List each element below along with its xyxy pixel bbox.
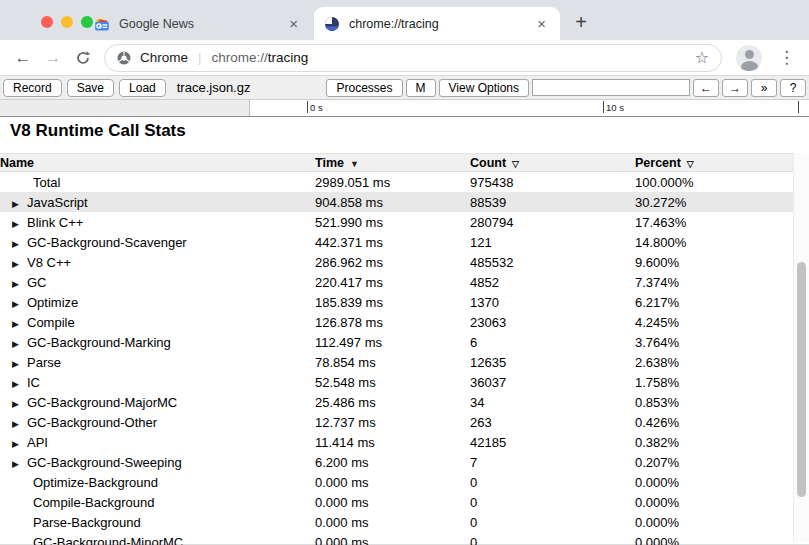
close-tab-icon[interactable]: × [533,15,550,32]
timeline-ruler[interactable]: 0 s 10 s [0,100,809,117]
close-window-button[interactable] [41,16,53,28]
row-name: Total [33,175,60,190]
record-button[interactable]: Record [3,79,62,97]
column-header[interactable]: Name [0,156,315,170]
sort-arrow-icon[interactable]: ▽ [512,159,519,169]
expand-arrow-icon[interactable]: ▶ [12,459,27,469]
column-header[interactable]: Percent▽ [635,156,793,170]
row-count: 23063 [470,315,635,330]
expand-arrow-icon[interactable]: ▶ [12,339,27,349]
row-percent: 0.000% [635,475,793,490]
find-last-button[interactable]: » [751,79,777,97]
expand-arrow-icon[interactable]: ▶ [12,219,27,229]
row-percent: 14.800% [635,235,793,250]
row-count: 0 [470,475,635,490]
row-name: Parse-Background [33,515,141,530]
tab-strip: Google News × chrome://tracing × + [0,0,809,40]
expand-arrow-icon[interactable]: ▶ [12,359,27,369]
table-row[interactable]: ▶Optimize 185.839 ms 1370 6.217% [0,292,793,312]
scrollbar-thumb[interactable] [797,262,806,497]
table-row[interactable]: ▶IC 52.548 ms 36037 1.758% [0,372,793,392]
table-row[interactable]: ▶GC-Background-MinorMC 0.000 ms 0 0.000% [0,532,793,545]
back-icon[interactable]: ← [8,43,38,73]
reload-icon[interactable] [68,43,98,73]
row-time: 0.000 ms [315,475,470,490]
row-name: GC-Background-MajorMC [27,395,177,410]
table-row[interactable]: ▶GC-Background-Marking 112.497 ms 6 3.76… [0,332,793,352]
table-row[interactable]: ▶API 11.414 ms 42185 0.382% [0,432,793,452]
row-time: 220.417 ms [315,275,470,290]
row-percent: 2.638% [635,355,793,370]
table-row[interactable]: ▶GC-Background-Other 12.737 ms 263 0.426… [0,412,793,432]
tab-google-news[interactable]: Google News × [84,7,312,40]
find-input[interactable] [532,79,690,96]
find-prev-button[interactable]: ← [693,79,719,97]
row-percent: 0.207% [635,455,793,470]
stats-table-header: Name Time▼ Count▽ Percent▽ [0,153,793,172]
table-row[interactable]: ▶GC 220.417 ms 4852 7.374% [0,272,793,292]
row-time: 0.000 ms [315,515,470,530]
view-options-button[interactable]: View Options [439,79,529,97]
table-row[interactable]: ▶Compile-Background 0.000 ms 0 0.000% [0,492,793,512]
row-name: API [27,435,48,450]
table-row[interactable]: ▶GC-Background-MajorMC 25.486 ms 34 0.85… [0,392,793,412]
expand-arrow-icon[interactable]: ▶ [12,399,27,409]
row-name-cell: ▶Total [0,175,315,190]
bookmark-star-icon[interactable]: ☆ [695,48,709,67]
sort-arrow-icon[interactable]: ▼ [350,159,359,169]
table-row[interactable]: ▶Blink C++ 521.990 ms 280794 17.463% [0,212,793,232]
column-header[interactable]: Time▼ [315,156,470,170]
expand-arrow-icon[interactable]: ▶ [12,299,27,309]
table-row[interactable]: ▶JavaScript 904.858 ms 88539 30.272% [0,192,793,212]
close-tab-icon[interactable]: × [285,15,302,32]
metrics-button[interactable]: M [406,79,436,97]
row-percent: 4.245% [635,315,793,330]
minimize-window-button[interactable] [61,16,73,28]
row-name: Optimize-Background [33,475,158,490]
row-name: Compile [27,315,75,330]
row-count: 485532 [470,255,635,270]
expand-arrow-icon[interactable]: ▶ [12,259,27,269]
row-count: 0 [470,535,635,545]
address-bar[interactable]: Chrome | chrome:// tracing ☆ [104,44,722,72]
table-row[interactable]: ▶GC-Background-Scavenger 442.371 ms 121 … [0,232,793,252]
expand-arrow-icon[interactable]: ▶ [12,319,27,329]
table-row[interactable]: ▶GC-Background-Sweeping 6.200 ms 7 0.207… [0,452,793,472]
table-row[interactable]: ▶V8 C++ 286.962 ms 485532 9.600% [0,252,793,272]
forward-icon[interactable]: → [38,43,68,73]
browser-window: Google News × chrome://tracing × + ← → [0,0,809,545]
row-name-cell: ▶GC-Background-Other [0,415,315,430]
expand-arrow-icon[interactable]: ▶ [12,199,27,209]
row-time: 286.962 ms [315,255,470,270]
save-button[interactable]: Save [67,79,114,97]
profile-avatar[interactable] [736,45,762,71]
row-name-cell: ▶Compile-Background [0,495,315,510]
help-button[interactable]: ? [780,79,806,97]
expand-arrow-icon[interactable]: ▶ [12,439,27,449]
expand-arrow-icon[interactable]: ▶ [12,419,27,429]
table-row[interactable]: ▶Optimize-Background 0.000 ms 0 0.000% [0,472,793,492]
processes-button[interactable]: Processes [326,79,402,97]
row-percent: 0.853% [635,395,793,410]
expand-arrow-icon[interactable]: ▶ [12,239,27,249]
table-row[interactable]: ▶Parse-Background 0.000 ms 0 0.000% [0,512,793,532]
table-row[interactable]: ▶Compile 126.878 ms 23063 4.245% [0,312,793,332]
row-time: 12.737 ms [315,415,470,430]
new-tab-button[interactable]: + [568,10,594,36]
chrome-page-icon [117,51,131,65]
sort-arrow-icon[interactable]: ▽ [687,159,694,169]
scrollbar-track[interactable] [793,153,809,542]
row-name: GC [27,275,47,290]
tab-tracing[interactable]: chrome://tracing × [314,7,560,40]
row-name: GC-Background-Sweeping [27,455,182,470]
load-button[interactable]: Load [119,79,166,97]
expand-arrow-icon[interactable]: ▶ [12,279,27,289]
expand-arrow-icon[interactable]: ▶ [12,379,27,389]
table-row[interactable]: ▶Parse 78.854 ms 12635 2.638% [0,352,793,372]
column-header[interactable]: Count▽ [470,156,635,170]
browser-menu-icon[interactable]: ⋮ [772,47,801,68]
find-next-button[interactable]: → [722,79,748,97]
ruler-tick-label: 0 s [310,102,323,113]
table-row[interactable]: ▶Total 2989.051 ms 975438 100.000% [0,172,793,192]
row-time: 521.990 ms [315,215,470,230]
